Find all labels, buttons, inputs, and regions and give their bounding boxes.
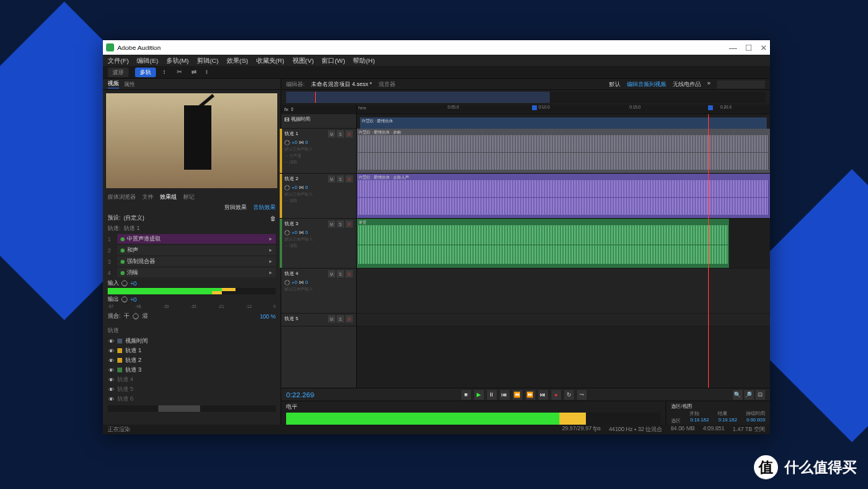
search-input[interactable]: [717, 80, 765, 88]
workspace-more-icon[interactable]: »: [707, 80, 710, 88]
forward-button[interactable]: ⏩: [526, 390, 535, 400]
razor-tool-icon[interactable]: ✂: [177, 68, 185, 76]
editor-panel: 编辑器: 未命名混音项目 4.sesx * 混音器 默认 编辑音频到视频 无线电…: [281, 79, 770, 434]
left-scrollbar[interactable]: [108, 405, 276, 412]
menu-multitrack[interactable]: 多轨(M): [166, 56, 189, 65]
trhdr-3[interactable]: 轨道 3: [285, 220, 326, 228]
menu-favorites[interactable]: 收藏夹(R): [256, 56, 285, 65]
trhdr-video[interactable]: 视频时间: [291, 116, 353, 123]
levels-label: 电平: [286, 403, 661, 411]
send-icon[interactable]: ⇪: [290, 106, 294, 112]
timeline[interactable]: hms 0:05.0 0:10.0 0:15.0 0:20.0 许慧欣 · 爱情…: [357, 105, 770, 388]
menu-help[interactable]: 帮助(H): [353, 56, 375, 65]
tab-files[interactable]: 文件: [142, 193, 154, 201]
subtab-clip-fx[interactable]: 剪辑效果: [224, 203, 247, 212]
pan-knob-icon[interactable]: ⋈: [299, 139, 304, 145]
workspace-radio[interactable]: 无线电作品: [673, 80, 701, 88]
delete-icon[interactable]: 🗑: [270, 216, 276, 221]
vol-knob-icon[interactable]: ◯: [285, 139, 290, 145]
stop-button[interactable]: ■: [461, 390, 471, 400]
subtab-track-fx[interactable]: 音轨效果: [253, 203, 276, 212]
mode-multitrack[interactable]: 多轨: [135, 68, 156, 77]
fx-track-label: 轨道:: [108, 224, 121, 232]
prev-button[interactable]: ⏮: [500, 390, 510, 400]
trhdr-1[interactable]: 轨道 1: [285, 130, 326, 138]
skip-button[interactable]: ⤳: [577, 390, 587, 400]
track-item-video[interactable]: 视频时间: [125, 337, 148, 345]
mix-percent[interactable]: 100 %: [260, 314, 276, 319]
input-value[interactable]: +0: [130, 281, 137, 286]
clip-track3[interactable]: 录音: [357, 219, 729, 268]
zoom-out-icon[interactable]: 🔎: [744, 390, 754, 400]
maximize-button[interactable]: ☐: [745, 43, 752, 52]
playhead[interactable]: [708, 114, 709, 388]
time-ruler[interactable]: hms 0:05.0 0:10.0 0:15.0 0:20.0: [357, 105, 770, 114]
mixer-tab[interactable]: 混音器: [379, 80, 395, 88]
record-button[interactable]: ●: [551, 390, 561, 400]
slip-tool-icon[interactable]: ⇄: [191, 68, 199, 76]
menu-file[interactable]: 文件(F): [108, 56, 129, 65]
pause-button[interactable]: ⏸: [487, 390, 497, 400]
workspace-default[interactable]: 默认: [609, 80, 620, 88]
track-headers: fx⇪ 🎞视频时间 轨道 1MSR ◯+0⋈0 默认立体声输入 → 主声道 ← …: [281, 105, 357, 388]
tab-media-browser[interactable]: 媒体浏览器: [108, 193, 136, 201]
output-knob-icon[interactable]: ◯: [121, 296, 128, 302]
fx-icon[interactable]: fx: [285, 107, 289, 112]
track-item-2[interactable]: 轨道 2: [125, 356, 141, 364]
menu-clip[interactable]: 剪辑(C): [197, 56, 219, 65]
minimize-button[interactable]: —: [729, 43, 737, 52]
trhdr-5[interactable]: 轨道 5: [285, 315, 326, 323]
tab-video[interactable]: 视频: [108, 80, 119, 88]
time-select-icon[interactable]: I: [206, 68, 214, 76]
menu-view[interactable]: 视图(V): [293, 56, 314, 65]
workspace-edit-av[interactable]: 编辑音频到视频: [627, 80, 666, 88]
app-title: Adobe Audition: [117, 44, 161, 51]
status-rendering: 正在渲染: [108, 425, 130, 434]
status-fps: 29.97/29.97 fps: [562, 425, 600, 434]
fx-slot-2[interactable]: 和声▸: [117, 245, 276, 255]
tab-markers[interactable]: 标记: [183, 193, 194, 201]
track-item-1[interactable]: 轨道 1: [125, 347, 141, 355]
track-item-5[interactable]: 轨道 5: [117, 385, 133, 393]
track-item-6[interactable]: 轨道 6: [117, 395, 133, 403]
rewind-button[interactable]: ⏪: [513, 390, 522, 400]
rec-arm-button[interactable]: R: [346, 130, 353, 138]
mix-label: 混合:: [108, 312, 121, 320]
preset-value[interactable]: (自定义): [124, 214, 145, 222]
next-button[interactable]: ⏭: [538, 390, 548, 400]
out-marker[interactable]: [708, 105, 713, 110]
input-knob-icon[interactable]: ◯: [121, 280, 128, 286]
mix-knob-icon[interactable]: ◯: [133, 313, 139, 319]
track-item-4[interactable]: 轨道 4: [117, 376, 133, 384]
menu-window[interactable]: 窗口(W): [321, 56, 345, 65]
track-item-3[interactable]: 轨道 3: [125, 366, 141, 374]
zoom-fit-icon[interactable]: ⊡: [755, 390, 765, 400]
menu-effects[interactable]: 效果(S): [227, 56, 248, 65]
fx-slot-1[interactable]: 中置声道提取▸: [117, 234, 276, 244]
in-marker[interactable]: [532, 105, 537, 110]
menu-edit[interactable]: 编辑(E): [137, 56, 158, 65]
fx-slot-3[interactable]: 强制混合器▸: [117, 257, 276, 266]
app-icon: [106, 43, 114, 51]
tab-effects-rack[interactable]: 效果组: [160, 193, 177, 201]
loop-button[interactable]: ↻: [564, 390, 574, 400]
tab-properties[interactable]: 属性: [124, 80, 135, 88]
mute-button[interactable]: M: [328, 130, 335, 138]
status-samplerate: 44100 Hz • 32 位混合: [608, 425, 662, 434]
solo-button[interactable]: S: [337, 130, 344, 138]
trhdr-4[interactable]: 轨道 4: [285, 270, 326, 277]
close-button[interactable]: ✕: [760, 43, 767, 52]
fx-slot-4[interactable]: 消噪▸: [117, 268, 276, 277]
menubar: 文件(F) 编辑(E) 多轨(M) 剪辑(C) 效果(S) 收藏夹(R) 视图(…: [103, 55, 770, 66]
status-free: 1.47 TB 空闲: [733, 425, 765, 434]
play-button[interactable]: ▶: [474, 390, 484, 400]
eye-icon[interactable]: 👁: [108, 339, 114, 344]
zoom-in-icon[interactable]: 🔍: [733, 390, 743, 400]
output-label: 输出: [108, 295, 119, 303]
timecode[interactable]: 0:22.269: [286, 391, 314, 399]
mode-waveform[interactable]: 波形: [108, 68, 129, 77]
move-tool-icon[interactable]: ↕: [162, 68, 170, 76]
overview-bar[interactable]: [286, 92, 765, 103]
trhdr-2[interactable]: 轨道 2: [285, 175, 326, 183]
output-value[interactable]: +0: [130, 297, 137, 302]
